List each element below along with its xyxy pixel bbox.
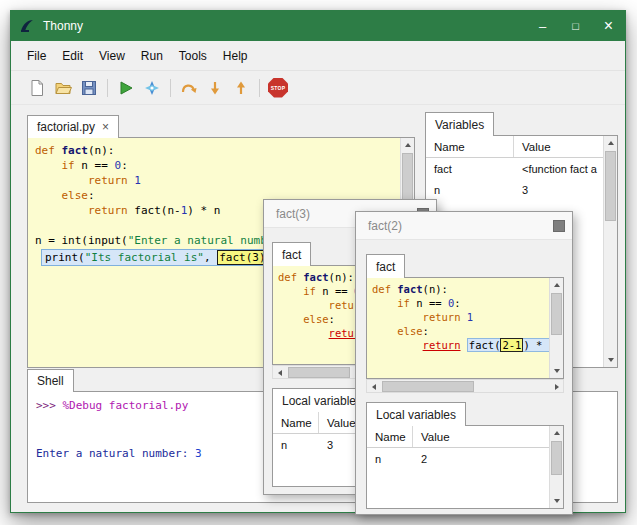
column-header-value[interactable]: Value [413,431,549,443]
thonny-logo-icon [19,18,35,34]
variable-name: fact [426,163,514,175]
titlebar[interactable]: Thonny – □ × [11,11,625,41]
locals-vertical-scrollbar[interactable] [549,426,563,508]
tab-local-variables[interactable]: Local variables [366,402,466,426]
frame-close-button[interactable] [553,220,565,232]
tab-close-icon[interactable]: × [102,120,109,134]
scroll-left-button[interactable] [273,366,286,380]
tab-label: fact [376,260,395,274]
arrow-up-icon [405,143,411,147]
scrollbar-thumb[interactable] [288,367,350,378]
arrow-left-icon [278,370,282,376]
run-icon [117,79,135,97]
variable-name: n [426,184,514,196]
arrow-left-icon [372,384,376,390]
close-button[interactable]: × [592,11,625,41]
column-header-value[interactable]: Value [514,141,617,153]
menubar: File Edit View Run Tools Help [11,41,625,71]
tab-label: factorial.py [37,120,95,134]
column-header-name[interactable]: Name [426,136,514,157]
scroll-up-button[interactable] [550,278,563,292]
toolbar-separator [170,79,171,97]
variable-row-fact[interactable]: fact <function fact a [426,158,617,179]
tab-fact[interactable]: fact [366,254,405,278]
save-file-button[interactable] [77,76,101,100]
menu-file[interactable]: File [19,45,54,67]
scrollbar-thumb[interactable] [551,441,562,475]
step-into-button[interactable] [203,76,227,100]
frame-horizontal-scrollbar[interactable] [366,379,564,393]
frame-title: fact(3) [276,207,310,221]
scroll-left-button[interactable] [367,380,380,394]
tab-label: Local variables [376,408,456,422]
variable-value: 2 [413,453,563,465]
arrow-right-icon [555,384,559,390]
frame-vertical-scrollbar[interactable] [549,278,563,378]
tab-label: Shell [37,374,64,388]
variable-name: n [367,453,413,465]
scroll-down-button[interactable] [550,494,563,508]
arrow-down-icon [554,369,560,373]
stop-label: STOP [271,85,286,91]
debug-script-button[interactable] [140,76,164,100]
variable-value: 3 [514,184,617,196]
stop-icon: STOP [268,78,288,98]
scroll-right-button[interactable] [550,380,563,394]
frame-titlebar[interactable]: fact(2) [356,212,572,240]
scroll-up-button[interactable] [604,136,617,150]
tab-factorial-py[interactable]: factorial.py × [27,115,119,138]
frame-window-fact2: fact(2) fact def fact(n): if n == 0: ret… [355,211,573,515]
column-header-name[interactable]: Name [367,426,413,447]
menu-edit[interactable]: Edit [54,45,91,67]
column-header-name[interactable]: Name [273,412,319,433]
scroll-down-button[interactable] [550,364,563,378]
arrow-down-icon [608,358,614,362]
tab-variables[interactable]: Variables [425,112,494,136]
scroll-up-button[interactable] [550,426,563,440]
toolbar-separator [259,79,260,97]
toolbar-separator [107,79,108,97]
tab-fact[interactable]: fact [272,242,311,266]
toolbar: STOP [11,71,625,105]
frame-code-area[interactable]: def fact(n): if n == 0: return 1 else: r… [366,277,564,379]
scroll-up-button[interactable] [401,138,414,152]
frame-code[interactable]: def fact(n): if n == 0: return 1 else: r… [372,282,549,352]
menu-help[interactable]: Help [215,45,256,67]
new-file-icon [28,79,46,97]
new-file-button[interactable] [25,76,49,100]
stop-button[interactable]: STOP [266,76,290,100]
tab-label: fact [282,248,301,262]
arrow-down-icon [554,499,560,503]
tab-label: Variables [435,118,484,132]
maximize-button[interactable]: □ [559,11,592,41]
run-script-button[interactable] [114,76,138,100]
tab-label: Local variables [282,394,362,408]
scrollbar-thumb[interactable] [605,151,616,221]
local-variable-row[interactable]: n 2 [367,448,563,469]
open-folder-icon [54,79,72,97]
scroll-down-button[interactable] [604,353,617,367]
menu-tools[interactable]: Tools [171,45,215,67]
save-icon [80,79,98,97]
step-out-button[interactable] [229,76,253,100]
variables-header: Name Value [426,136,617,158]
step-into-icon [206,79,224,97]
open-file-button[interactable] [51,76,75,100]
tab-shell[interactable]: Shell [27,369,74,392]
scrollbar-thumb[interactable] [551,293,562,335]
local-variables-table: Name Value n 2 [366,425,564,509]
locals-header: Name Value [367,426,549,448]
window-title: Thonny [43,19,83,33]
step-over-icon [180,79,198,97]
frame-title: fact(2) [368,219,402,233]
step-out-icon [232,79,250,97]
arrow-up-icon [554,431,560,435]
menu-view[interactable]: View [91,45,133,67]
variable-row-n[interactable]: n 3 [426,179,617,200]
step-over-button[interactable] [177,76,201,100]
arrow-up-icon [608,141,614,145]
variables-vertical-scrollbar[interactable] [603,136,617,367]
scrollbar-thumb[interactable] [382,381,474,392]
menu-run[interactable]: Run [133,45,171,67]
minimize-button[interactable]: – [526,11,559,41]
